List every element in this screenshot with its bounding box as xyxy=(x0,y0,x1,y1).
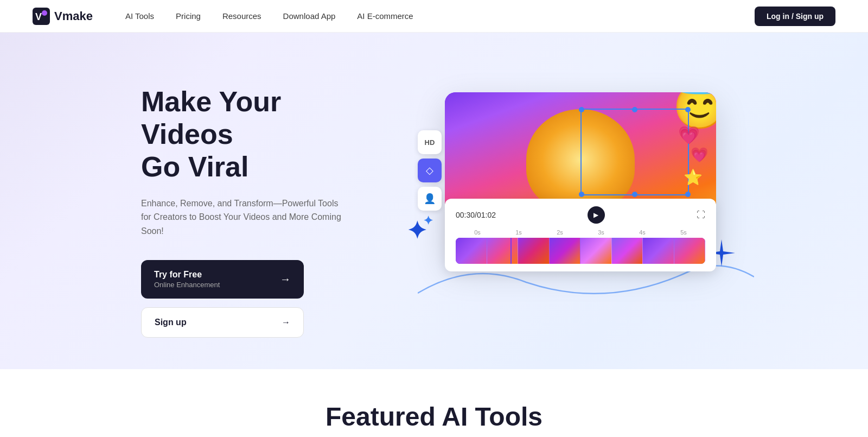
ruler-1s: 1s xyxy=(498,229,539,236)
selection-box xyxy=(580,109,689,195)
hero-subtitle: Enhance, Remove, and Transform—Powerful … xyxy=(141,197,347,238)
svg-point-2 xyxy=(42,10,47,16)
try-btn-sub-label: Online Enhancement xyxy=(154,281,220,289)
current-time: 00:30 xyxy=(456,211,475,219)
star-emoji: ⭐ xyxy=(684,168,703,186)
try-for-free-button[interactable]: Try for Free Online Enhancement → xyxy=(141,260,304,299)
hero-title: Make Your Videos Go Viral xyxy=(141,86,369,183)
selection-dot-tm xyxy=(632,107,637,112)
controls-top: 00:30/01:02 ▶ ⛶ xyxy=(456,206,705,224)
total-time: 01:02 xyxy=(477,211,496,219)
ruler-2s: 2s xyxy=(539,229,580,236)
eraser-toolbar-button[interactable]: ◇ xyxy=(418,159,442,182)
login-signup-button[interactable]: Log in / Sign up xyxy=(755,7,835,26)
selection-dot-bl xyxy=(579,192,584,197)
video-controls: 00:30/01:02 ▶ ⛶ 0s 1s 2s 3s 4s 5 xyxy=(445,199,716,271)
ruler-5s: 5s xyxy=(663,229,704,236)
signup-label: Sign up xyxy=(155,318,187,327)
person-icon: 👤 xyxy=(424,193,436,205)
ruler-4s: 4s xyxy=(622,229,663,236)
timeline: 0s 1s 2s 3s 4s 5s xyxy=(456,229,705,264)
navbar: V Vmake AI Tools Pricing Resources Downl… xyxy=(0,0,868,33)
try-btn-main-label: Try for Free xyxy=(154,270,202,280)
hero-title-line1: Make Your Videos xyxy=(141,86,281,150)
eraser-icon: ◇ xyxy=(426,164,433,176)
nav-resources[interactable]: Resources xyxy=(222,11,261,21)
selection-dot-br xyxy=(685,192,691,197)
person-toolbar-button[interactable]: 👤 xyxy=(418,187,442,211)
logo[interactable]: V Vmake xyxy=(33,8,93,25)
timeline-frame-5 xyxy=(580,238,612,264)
selection-dot-bm xyxy=(632,192,637,197)
logo-icon: V xyxy=(33,8,50,25)
expand-icon[interactable]: ⛶ xyxy=(697,210,705,220)
try-btn-left: Try for Free Online Enhancement xyxy=(154,270,220,289)
heart1-emoji: 💗 xyxy=(678,125,700,145)
nav-ai-tools[interactable]: AI Tools xyxy=(125,11,154,21)
signup-arrow-icon: → xyxy=(282,318,290,327)
ruler-3s: 3s xyxy=(580,229,622,236)
side-toolbar: HD ◇ 👤 xyxy=(418,130,442,211)
nav-download-app[interactable]: Download App xyxy=(283,11,336,21)
hero-left: Make Your Videos Go Viral Enhance, Remov… xyxy=(141,86,369,337)
play-button[interactable]: ▶ xyxy=(588,206,605,224)
selection-dot-tl xyxy=(579,107,584,112)
nav-right: Log in / Sign up xyxy=(755,7,835,26)
timeline-frame-7 xyxy=(643,238,674,264)
timeline-frame-4 xyxy=(550,238,581,264)
video-time-display: 00:30/01:02 xyxy=(456,211,496,219)
timeline-playhead xyxy=(510,238,512,264)
timeline-frame-3 xyxy=(518,238,550,264)
featured-title: Featured AI Tools xyxy=(0,402,868,432)
timeline-ruler: 0s 1s 2s 3s 4s 5s xyxy=(456,229,705,236)
hero-section: Make Your Videos Go Viral Enhance, Remov… xyxy=(0,33,868,437)
svg-text:V: V xyxy=(35,11,42,22)
signup-button[interactable]: Sign up → xyxy=(141,307,304,338)
timeline-frame-1 xyxy=(456,238,487,264)
timeline-frame-2 xyxy=(487,238,519,264)
hd-icon: HD xyxy=(425,138,435,147)
try-btn-arrow-icon: → xyxy=(280,273,291,286)
deco-star-small-icon: ✦ xyxy=(423,214,433,228)
timeline-frame-8 xyxy=(674,238,706,264)
editor-mockup: ✦ ✦ HD ◇ 👤 xyxy=(412,87,727,337)
featured-section: Featured AI Tools xyxy=(0,369,868,437)
hero-right: ✦ ✦ HD ◇ 👤 xyxy=(369,76,770,347)
hero-title-line2: Go Viral xyxy=(141,151,248,182)
heart2-emoji: 💗 xyxy=(691,147,708,163)
nav-links: AI Tools Pricing Resources Download App … xyxy=(125,11,755,21)
timeline-frame-6 xyxy=(612,238,643,264)
logo-text: Vmake xyxy=(54,9,93,23)
hd-toolbar-button[interactable]: HD xyxy=(418,130,442,154)
hero-content: Make Your Videos Go Viral Enhance, Remov… xyxy=(0,33,868,369)
selection-dot-tr xyxy=(685,107,691,112)
timeline-track xyxy=(456,238,705,264)
nav-pricing[interactable]: Pricing xyxy=(176,11,201,21)
ruler-0s: 0s xyxy=(457,229,498,236)
nav-ai-ecommerce[interactable]: AI E-commerce xyxy=(357,11,413,21)
